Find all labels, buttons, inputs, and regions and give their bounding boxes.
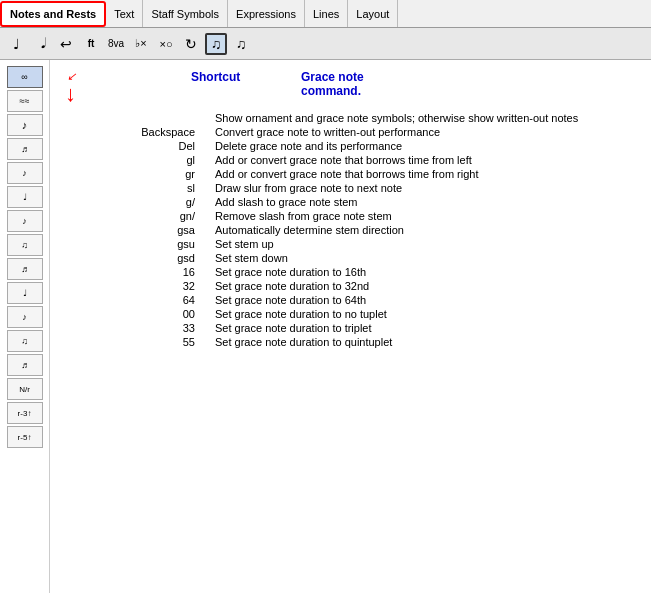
shortcut-desc-5: Draw slur from grace note to next note [215,182,636,194]
shortcut-header: Shortcut [191,70,301,84]
grace-note-header-line2: command. [301,84,361,98]
toolbar-undo[interactable]: ↩ [55,33,77,55]
headers-row: Shortcut Grace note command. [81,70,364,98]
shortcut-row-14: 00Set grace note duration to no tuplet [65,307,636,321]
shortcut-row-2: DelDelete grace note and its performance [65,139,636,153]
grace-note-header-line1: Grace note [301,70,364,84]
tab-staff-symbols[interactable]: Staff Symbols [143,0,228,27]
toolbar-ft[interactable]: ft [80,33,102,55]
sidebar: ∞ ≈≈ ♪ ♬ ♪ ♩ ♪ ♫ ♬ ♩ ♪ ♫ ♬ N/r r-3↑ r-5↑ [0,60,50,593]
shortcut-key-13: 64 [65,294,215,306]
shortcut-row-9: gsuSet stem up [65,237,636,251]
toolbar-beam-notes[interactable]: ♫ [230,33,252,55]
red-arrow-icon: ↓ [65,83,76,105]
shortcut-key-8: gsa [65,224,215,236]
shortcut-desc-9: Set stem up [215,238,636,250]
shortcut-key-10: gsd [65,252,215,264]
tab-notes-and-rests[interactable]: Notes and Rests [0,1,106,27]
sidebar-icon-8[interactable]: ♬ [7,258,43,280]
toolbar-quarter-note[interactable]: ♩ [5,33,27,55]
shortcut-key-15: 33 [65,322,215,334]
shortcut-key-7: gn/ [65,210,215,222]
shortcut-row-8: gsaAutomatically determine stem directio… [65,223,636,237]
tab-staff-symbols-label: Staff Symbols [151,8,219,20]
shortcut-key-12: 32 [65,280,215,292]
toolbar-refresh[interactable]: ↻ [180,33,202,55]
shortcut-key-6: g/ [65,196,215,208]
nav-bar: Notes and Rests Text Staff Symbols Expre… [0,0,651,28]
shortcut-row-7: gn/Remove slash from grace note stem [65,209,636,223]
shortcut-row-15: 33Set grace note duration to triplet [65,321,636,335]
tab-lines-label: Lines [313,8,339,20]
shortcut-key-9: gsu [65,238,215,250]
sidebar-icon-10[interactable]: ♪ [7,306,43,328]
tab-layout-label: Layout [356,8,389,20]
shortcut-key-2: Del [65,140,215,152]
shortcut-desc-11: Set grace note duration to 16th [215,266,636,278]
sidebar-icon-11[interactable]: ♫ [7,330,43,352]
tab-text[interactable]: Text [106,0,143,27]
shortcut-row-12: 32Set grace note duration to 32nd [65,279,636,293]
shortcut-row-0: Show ornament and grace note symbols; ot… [65,111,636,125]
toolbar-8va[interactable]: 8va [105,33,127,55]
tab-lines[interactable]: Lines [305,0,348,27]
shortcut-desc-3: Add or convert grace note that borrows t… [215,154,636,166]
content-area: ↙ ↓ Shortcut Grace note command. Show or… [50,60,651,593]
sidebar-icon-7[interactable]: ♫ [7,234,43,256]
grace-note-header: Grace note command. [301,70,364,98]
sidebar-icon-5[interactable]: ♩ [7,186,43,208]
shortcut-row-10: gsdSet stem down [65,251,636,265]
shortcut-desc-1: Convert grace note to written-out perfor… [215,126,636,138]
shortcut-desc-13: Set grace note duration to 64th [215,294,636,306]
shortcut-key-1: Backspace [65,126,215,138]
shortcut-desc-12: Set grace note duration to 32nd [215,280,636,292]
shortcut-desc-4: Add or convert grace note that borrows t… [215,168,636,180]
shortcut-desc-14: Set grace note duration to no tuplet [215,308,636,320]
shortcut-key-16: 55 [65,336,215,348]
toolbar-grace-note[interactable]: ♫ [205,33,227,55]
shortcut-key-14: 00 [65,308,215,320]
shortcut-desc-8: Automatically determine stem direction [215,224,636,236]
shortcut-row-3: glAdd or convert grace note that borrows… [65,153,636,167]
shortcut-key-5: sl [65,182,215,194]
sidebar-icon-4[interactable]: ♪ [7,162,43,184]
shortcut-key-3: gl [65,154,215,166]
shortcut-row-13: 64Set grace note duration to 64th [65,293,636,307]
sidebar-icon-r5[interactable]: r-5↑ [7,426,43,448]
shortcut-desc-10: Set stem down [215,252,636,264]
shortcut-row-11: 16Set grace note duration to 16th [65,265,636,279]
tab-expressions[interactable]: Expressions [228,0,305,27]
shortcut-row-6: g/Add slash to grace note stem [65,195,636,209]
shortcut-row-5: slDraw slur from grace note to next note [65,181,636,195]
sidebar-icon-6[interactable]: ♪ [7,210,43,232]
shortcut-desc-0: Show ornament and grace note symbols; ot… [215,112,636,124]
shortcut-desc-16: Set grace note duration to quintuplet [215,336,636,348]
shortcut-row-1: BackspaceConvert grace note to written-o… [65,125,636,139]
sidebar-icon-12[interactable]: ♬ [7,354,43,376]
toolbar-x-circle[interactable]: ×○ [155,33,177,55]
sidebar-icon-0[interactable]: ∞ [7,66,43,88]
sidebar-icon-1[interactable]: ≈≈ [7,90,43,112]
toolbar: ♩ 𝅘𝅥 ↩ ft 8va ♭× ×○ ↻ ♫ ♫ [0,28,651,60]
sidebar-icon-r3[interactable]: r-3↑ [7,402,43,424]
main-content: ∞ ≈≈ ♪ ♬ ♪ ♩ ♪ ♫ ♬ ♩ ♪ ♫ ♬ N/r r-3↑ r-5↑… [0,60,651,593]
sidebar-icon-2[interactable]: ♪ [7,114,43,136]
shortcut-row-16: 55Set grace note duration to quintuplet [65,335,636,349]
toolbar-two-notes[interactable]: 𝅘𝅥 [30,33,52,55]
shortcut-key-4: gr [65,168,215,180]
sidebar-icon-3[interactable]: ♬ [7,138,43,160]
shortcut-row-4: grAdd or convert grace note that borrows… [65,167,636,181]
sidebar-icon-9[interactable]: ♩ [7,282,43,304]
tab-notes-rests-label: Notes and Rests [10,8,96,20]
toolbar-flat-sharp[interactable]: ♭× [130,33,152,55]
arrow-area: ↙ ↓ Shortcut Grace note command. [65,70,636,106]
shortcut-key-11: 16 [65,266,215,278]
shortcut-desc-6: Add slash to grace note stem [215,196,636,208]
sidebar-icon-nr[interactable]: N/r [7,378,43,400]
shortcut-desc-7: Remove slash from grace note stem [215,210,636,222]
tab-layout[interactable]: Layout [348,0,398,27]
tab-expressions-label: Expressions [236,8,296,20]
shortcut-desc-2: Delete grace note and its performance [215,140,636,152]
shortcuts-table: Show ornament and grace note symbols; ot… [65,111,636,349]
tab-text-label: Text [114,8,134,20]
